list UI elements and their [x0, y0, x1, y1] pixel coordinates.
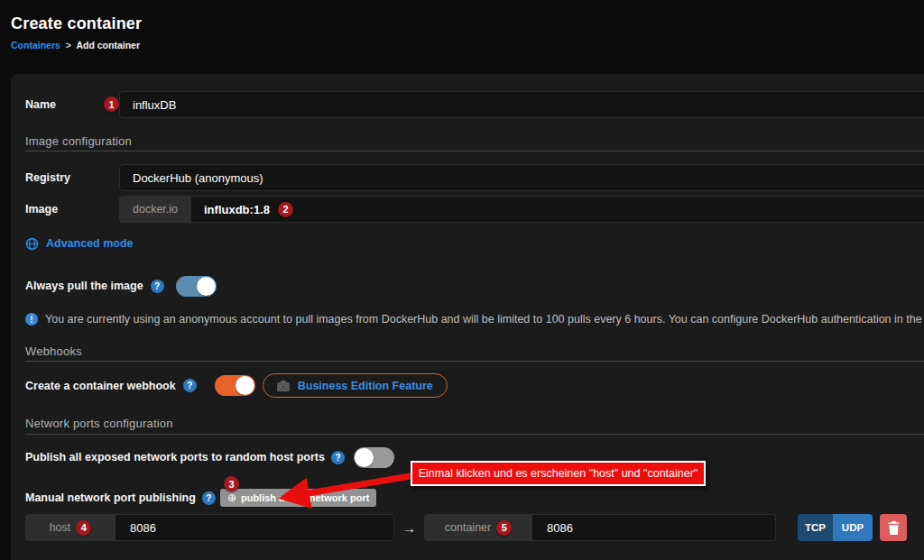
network-ports-header: Network ports configuration: [25, 417, 924, 430]
breadcrumb-link-containers[interactable]: Containers: [11, 40, 60, 50]
registry-row: Registry: [25, 164, 924, 191]
manual-port-row: Manual network port publishing ? ⊕ publi…: [25, 488, 924, 508]
image-configuration-header: Image configuration: [25, 134, 924, 148]
create-container-panel: Name 1 Image configuration Registry Imag…: [11, 74, 924, 560]
plus-circle-icon: ⊕: [227, 492, 236, 503]
registry-label: Registry: [25, 171, 119, 184]
name-row: Name 1: [25, 91, 924, 118]
host-port-input[interactable]: [116, 514, 394, 541]
image-registry-addon: docker.io: [119, 196, 191, 223]
tcp-button[interactable]: TCP: [798, 514, 833, 541]
webhook-row: Create a container webhook ? Business Ed…: [25, 373, 924, 398]
annotation-callout: Einmal klicken und es erscheinen "host" …: [411, 461, 706, 486]
section-divider: [25, 361, 924, 362]
name-input[interactable]: [119, 91, 924, 118]
image-input[interactable]: influxdb:1.8 2: [191, 196, 924, 223]
publish-all-toggle[interactable]: [354, 447, 394, 468]
page-header: Create container Containers > Add contai…: [11, 14, 142, 50]
delete-port-button[interactable]: [880, 514, 907, 541]
info-icon: !: [25, 313, 38, 326]
always-pull-row: Always pull the image ?: [25, 275, 924, 297]
help-icon[interactable]: ?: [202, 491, 216, 505]
pull-limit-notice: ! You are currently using an anonymous a…: [25, 312, 924, 326]
toggle-knob: [197, 277, 216, 296]
port-map-arrow-icon: →: [394, 520, 424, 536]
container-addon-label: container: [445, 521, 491, 534]
container-port-input[interactable]: [532, 514, 776, 541]
advanced-mode-row: Advanced mode: [25, 236, 924, 251]
breadcrumb-current: Add container: [76, 40, 140, 50]
business-edition-pill[interactable]: Business Edition Feature: [263, 373, 448, 398]
toggle-knob: [236, 376, 254, 395]
globe-icon: [25, 237, 39, 251]
annotation-badge-4: 4: [76, 520, 91, 536]
port-mapping-row: host 4 → container 5 TCP UDP: [25, 514, 924, 541]
annotation-badge-5: 5: [496, 520, 512, 536]
section-divider: [25, 151, 924, 151]
help-icon[interactable]: ?: [151, 280, 164, 293]
create-webhook-toggle[interactable]: [215, 375, 255, 396]
annotation-badge-2: 2: [278, 202, 293, 217]
webhooks-header: Webhooks: [25, 344, 924, 358]
registry-select[interactable]: [119, 164, 924, 191]
breadcrumb-separator: >: [66, 40, 71, 50]
advanced-mode-link[interactable]: Advanced mode: [46, 237, 134, 250]
always-pull-label: Always pull the image: [25, 280, 143, 292]
create-webhook-label: Create a container webhook: [25, 380, 176, 392]
publish-port-button-label: publish a new network port: [241, 492, 369, 503]
host-addon: host 4: [25, 514, 116, 541]
protocol-selector: TCP UDP: [798, 514, 873, 541]
container-addon: container 5: [424, 514, 532, 541]
image-label: Image: [25, 203, 119, 216]
image-value: influxdb:1.8: [204, 203, 270, 216]
manual-port-label: Manual network port publishing: [25, 491, 196, 504]
section-divider: [25, 434, 924, 435]
toggle-knob: [355, 448, 374, 467]
briefcase-icon: [277, 380, 290, 391]
annotation-badge-3: 3: [224, 476, 239, 491]
help-icon[interactable]: ?: [331, 451, 345, 464]
publish-all-label: Publish all exposed network ports to ran…: [25, 451, 325, 464]
udp-button[interactable]: UDP: [833, 514, 873, 541]
host-addon-label: host: [50, 521, 71, 534]
trash-icon: [888, 521, 900, 535]
help-icon[interactable]: ?: [183, 379, 197, 392]
notice-text-body: You are currently using an anonymous acc…: [45, 313, 924, 326]
image-row: Image docker.io influxdb:1.8 2: [25, 196, 924, 223]
business-edition-label: Business Edition Feature: [298, 380, 433, 392]
notice-text: You are currently using an anonymous acc…: [45, 313, 924, 326]
annotation-badge-1: 1: [104, 96, 119, 112]
page-title: Create container: [11, 14, 142, 33]
always-pull-toggle[interactable]: [176, 276, 217, 297]
breadcrumb: Containers > Add container: [11, 40, 142, 50]
publish-port-button[interactable]: ⊕ publish a new network port: [220, 489, 376, 507]
